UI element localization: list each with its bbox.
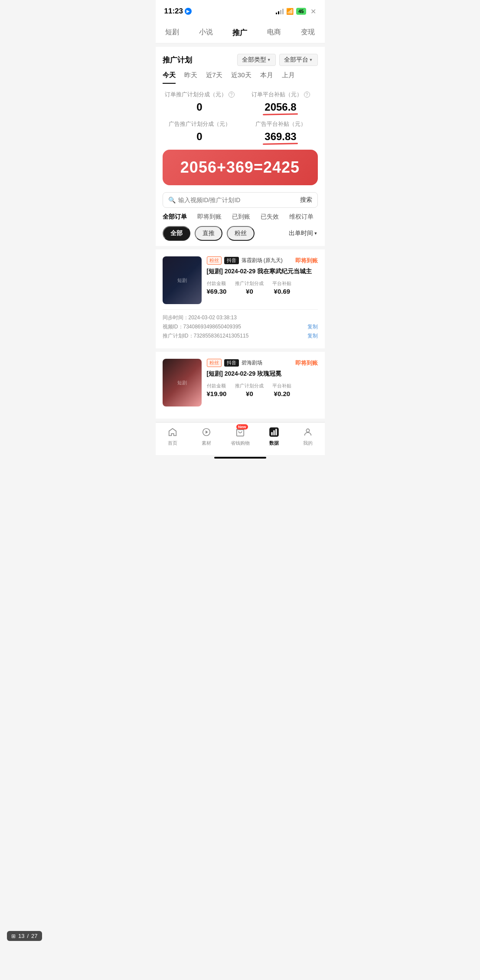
tag-platform-2: 抖音 [224,359,239,367]
tag-fans-2: 粉丝 [207,359,222,367]
status-bar: 11:23 ▶ 📶 45 ✕ [156,0,325,21]
nav-item-tuiguang[interactable]: 推广 [229,26,251,39]
meta-row-synctime-1: 同步时间：2024-03-02 03:38:13 [163,314,318,321]
order-title-1: [短剧] 2024-02-29 我在寒武纪元当城主 [207,267,318,276]
nav-home-label: 首页 [168,440,177,446]
wifi-icon: 📶 [286,8,294,15]
nav-shop[interactable]: New 省钱购物 [223,426,257,446]
order-header-2: 短剧 粉丝 抖音 碧海剧场 即将到账 [短剧] 2024-02-29 玫瑰冠冕 … [163,359,318,406]
stat-order-commission: 订单推广计划分成（元） ? 0 [163,91,237,113]
type-btn-all[interactable]: 全部 [163,226,190,241]
amount-commission-label-1: 推广计划分成 [235,280,264,287]
nav-home[interactable]: 首页 [156,426,189,446]
order-meta-1: 同步时间：2024-03-02 03:38:13 视频ID：7340869349… [163,309,318,340]
order-tabs: 全部订单 即将到账 已到账 已失效 维权订单 [156,213,325,226]
order-tags-2: 粉丝 抖音 碧海剧场 即将到账 [207,359,318,367]
nav-item-duanju[interactable]: 短剧 [162,26,183,39]
stat-ad-commission: 广告推广计划分成（元） 0 [163,120,237,143]
date-tab-today[interactable]: 今天 [163,71,176,84]
search-icon: 🔍 [168,197,176,203]
order-status-2: 即将到账 [295,359,318,367]
type-btn-fans[interactable]: 粉丝 [227,226,255,241]
status-time: 11:23 ▶ [164,7,192,16]
platform-filter-button[interactable]: 全部平台 [279,54,318,66]
search-input[interactable] [178,197,300,203]
amount-subsidy-value-2: ¥0.20 [272,390,291,397]
nav-item-xiaoshuo[interactable]: 小说 [196,26,216,39]
order-item-2: 短剧 粉丝 抖音 碧海剧场 即将到账 [短剧] 2024-02-29 玫瑰冠冕 … [156,348,325,419]
amount-subsidy-1: 平台补贴 ¥0.69 [272,280,291,295]
home-icon [167,426,179,438]
order-tab-all[interactable]: 全部订单 [163,213,187,221]
amount-subsidy-value-1: ¥0.69 [272,288,291,295]
sort-button[interactable]: 出单时间 [289,229,318,237]
help-icon[interactable]: ? [229,92,235,98]
top-navigation: 短剧 小说 推广 电商 变现 [156,21,325,43]
stat-ad-commission-value: 0 [163,131,237,143]
help-icon-2[interactable]: ? [304,92,310,98]
amount-commission-2: 推广计划分成 ¥0 [235,383,264,397]
date-tab-thismonth[interactable]: 本月 [260,71,273,84]
shop-icon: New [234,426,246,438]
date-tab-7days[interactable]: 近7天 [206,71,222,84]
stat-ad-subsidy-value: 369.83 [244,131,318,143]
nav-item-dianshang[interactable]: 电商 [264,26,284,39]
type-btn-direct[interactable]: 直推 [195,226,222,241]
shop-badge: New [236,424,248,429]
tag-platform-1: 抖音 [224,257,239,264]
order-tab-received[interactable]: 已到账 [232,213,250,221]
date-tabs: 今天 昨天 近7天 近30天 本月 上月 [156,66,325,84]
svg-rect-4 [271,432,272,436]
order-thumbnail-1: 短剧 [163,256,202,304]
tag-shop-1: 落霞剧场 (原九天) [242,257,283,264]
home-indicator [214,457,266,459]
order-tab-expired[interactable]: 已失效 [261,213,279,221]
stat-order-subsidy: 订单平台补贴（元） ? 2056.8 [244,91,318,113]
date-tab-lastmonth[interactable]: 上月 [282,71,295,84]
amount-payment-label-2: 付款金额 [207,383,227,389]
nav-material[interactable]: 素材 [189,426,223,446]
profile-icon [302,426,314,438]
highlighted-ad-subsidy-value: 369.83 [264,131,296,143]
order-info-1: 粉丝 抖音 落霞剧场 (原九天) 即将到账 [短剧] 2024-02-29 我在… [207,256,318,295]
highlighted-subsidy-value: 2056.8 [264,101,296,113]
copy-videoid-button-1[interactable]: 复制 [307,323,318,331]
stat-order-subsidy-value: 2056.8 [244,101,318,113]
order-tab-pending[interactable]: 即将到账 [197,213,222,221]
amount-subsidy-2: 平台补贴 ¥0.20 [272,383,291,397]
status-indicators: 📶 45 ✕ [276,7,316,16]
order-amounts-1: 付款金额 ¥69.30 推广计划分成 ¥0 平台补贴 ¥0.69 [207,280,318,295]
filter-buttons: 全部类型 全部平台 [237,54,318,66]
stat-ad-commission-label: 广告推广计划分成（元） [163,120,237,128]
svg-point-7 [306,429,309,432]
nav-data-label: 数据 [269,440,279,446]
stat-order-commission-label: 订单推广计划分成（元） ? [163,91,237,98]
meta-videoid-1: 视频ID：73408693498650409395 [163,323,241,331]
order-tab-dispute[interactable]: 维权订单 [289,213,313,221]
stat-ad-subsidy-label: 广告平台补贴（元） [244,120,318,128]
meta-synctime-1: 同步时间：2024-03-02 03:38:13 [163,314,237,321]
order-amounts-2: 付款金额 ¥19.90 推广计划分成 ¥0 平台补贴 ¥0.20 [207,383,318,397]
date-tab-yesterday[interactable]: 昨天 [184,71,197,84]
bottom-navigation: 首页 素材 New 省钱购物 [156,422,325,455]
order-thumbnail-2: 短剧 [163,359,202,406]
copy-planid-button-1[interactable]: 复制 [307,332,318,340]
amount-commission-label-2: 推广计划分成 [235,383,264,389]
type-filter-button[interactable]: 全部类型 [237,54,276,66]
order-header-1: 短剧 粉丝 抖音 落霞剧场 (原九天) 即将到账 [短剧] 2024-02-29… [163,256,318,304]
nav-shop-label: 省钱购物 [231,440,250,446]
nav-profile[interactable]: 我的 [291,426,325,446]
amount-commission-value-1: ¥0 [235,288,264,295]
search-button[interactable]: 搜索 [300,196,312,204]
nav-profile-label: 我的 [303,440,313,446]
date-tab-30days[interactable]: 近30天 [231,71,251,84]
close-button[interactable]: ✕ [310,7,316,16]
stat-order-subsidy-label: 订单平台补贴（元） ? [244,91,318,98]
amount-payment-label-1: 付款金额 [207,280,227,287]
nav-item-biànxiàn[interactable]: 变现 [297,26,318,39]
order-tags-1: 粉丝 抖音 落霞剧场 (原九天) 即将到账 [207,256,318,265]
nav-data[interactable]: 数据 [257,426,291,446]
section-title: 推广计划 [163,55,192,65]
amount-commission-1: 推广计划分成 ¥0 [235,280,264,295]
meta-row-planid-1: 推广计划ID：7328558361241305115 复制 [163,332,318,340]
